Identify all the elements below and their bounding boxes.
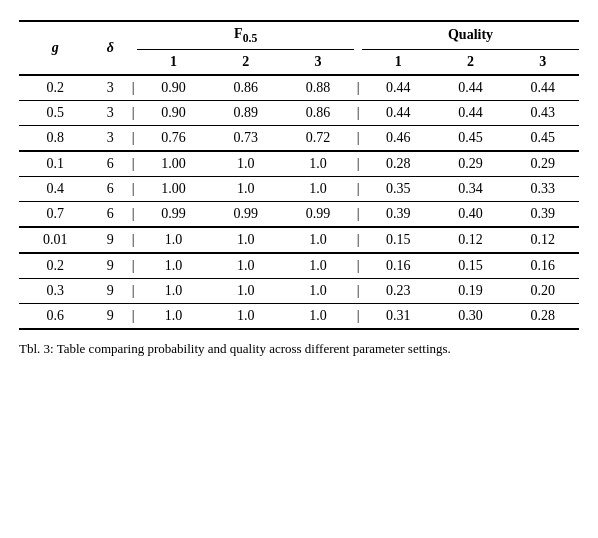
q1-val: 0.46 — [362, 125, 434, 151]
delta-val: 9 — [91, 253, 129, 279]
table-row: 0.46|1.001.01.0|0.350.340.33 — [19, 176, 579, 201]
table-caption: Tbl. 3: Table comparing probability and … — [19, 340, 579, 358]
pipe-1: | — [129, 125, 137, 151]
pipe-2: | — [354, 201, 362, 227]
table-row: 0.23|0.900.860.88|0.440.440.44 — [19, 75, 579, 101]
col-g-header: g — [19, 21, 91, 75]
f2-val: 1.0 — [210, 151, 282, 177]
q1-val: 0.28 — [362, 151, 434, 177]
pipe-1: | — [129, 100, 137, 125]
q3-val: 0.45 — [507, 125, 579, 151]
f3-val: 1.0 — [282, 303, 354, 329]
q1-val: 0.16 — [362, 253, 434, 279]
f2-val: 1.0 — [210, 278, 282, 303]
delta-val: 9 — [91, 227, 129, 253]
table-row: 0.53|0.900.890.86|0.440.440.43 — [19, 100, 579, 125]
q3-val: 0.28 — [507, 303, 579, 329]
q2-val: 0.40 — [434, 201, 506, 227]
pipe-2: | — [354, 303, 362, 329]
q1-val: 0.15 — [362, 227, 434, 253]
f3-val: 1.0 — [282, 278, 354, 303]
f2-val: 1.0 — [210, 176, 282, 201]
pipe-2: | — [354, 278, 362, 303]
pipe-1: | — [129, 201, 137, 227]
g-val: 0.7 — [19, 201, 91, 227]
f2-val: 0.73 — [210, 125, 282, 151]
q2-val: 0.45 — [434, 125, 506, 151]
g-val: 0.1 — [19, 151, 91, 177]
table-row: 0.39|1.01.01.0|0.230.190.20 — [19, 278, 579, 303]
pipe-1: | — [129, 151, 137, 177]
q1-val: 0.35 — [362, 176, 434, 201]
pipe-2: | — [354, 151, 362, 177]
f2-val: 0.89 — [210, 100, 282, 125]
col-delta-header: δ — [91, 21, 129, 75]
q2-val: 0.15 — [434, 253, 506, 279]
q2-val: 0.34 — [434, 176, 506, 201]
table-row: 0.76|0.990.990.99|0.390.400.39 — [19, 201, 579, 227]
f3-val: 1.0 — [282, 176, 354, 201]
g-val: 0.2 — [19, 75, 91, 101]
f3-val: 0.99 — [282, 201, 354, 227]
quality-header: Quality — [362, 21, 579, 49]
delta-val: 3 — [91, 125, 129, 151]
pipe-2: | — [354, 253, 362, 279]
g-val: 0.6 — [19, 303, 91, 329]
f05-sub3: 3 — [282, 49, 354, 75]
q1-val: 0.23 — [362, 278, 434, 303]
f1-val: 0.99 — [137, 201, 209, 227]
f05-sub2: 2 — [210, 49, 282, 75]
pipe-2: | — [354, 75, 362, 101]
q3-val: 0.29 — [507, 151, 579, 177]
table-row: 0.019|1.01.01.0|0.150.120.12 — [19, 227, 579, 253]
g-val: 0.2 — [19, 253, 91, 279]
q3-val: 0.33 — [507, 176, 579, 201]
q3-val: 0.20 — [507, 278, 579, 303]
table-row: 0.29|1.01.01.0|0.160.150.16 — [19, 253, 579, 279]
f3-val: 0.86 — [282, 100, 354, 125]
q2-val: 0.44 — [434, 75, 506, 101]
g-val: 0.8 — [19, 125, 91, 151]
pipe-2: | — [354, 125, 362, 151]
delta-val: 9 — [91, 278, 129, 303]
f1-val: 1.0 — [137, 278, 209, 303]
delta-val: 9 — [91, 303, 129, 329]
q3-val: 0.39 — [507, 201, 579, 227]
table-row: 0.16|1.001.01.0|0.280.290.29 — [19, 151, 579, 177]
q3-val: 0.43 — [507, 100, 579, 125]
pipe-1: | — [129, 278, 137, 303]
pipe-2: | — [354, 227, 362, 253]
f1-val: 1.00 — [137, 151, 209, 177]
pipe-2 — [354, 21, 362, 75]
f2-val: 0.86 — [210, 75, 282, 101]
q-sub1: 1 — [362, 49, 434, 75]
f1-val: 1.0 — [137, 227, 209, 253]
pipe-1: | — [129, 253, 137, 279]
q2-val: 0.44 — [434, 100, 506, 125]
g-val: 0.01 — [19, 227, 91, 253]
f1-val: 1.0 — [137, 303, 209, 329]
table-row: 0.83|0.760.730.72|0.460.450.45 — [19, 125, 579, 151]
q1-val: 0.44 — [362, 100, 434, 125]
table-row: 0.69|1.01.01.0|0.310.300.28 — [19, 303, 579, 329]
f2-val: 0.99 — [210, 201, 282, 227]
pipe-1: | — [129, 227, 137, 253]
g-val: 0.5 — [19, 100, 91, 125]
table-body: 0.23|0.900.860.88|0.440.440.440.53|0.900… — [19, 75, 579, 329]
pipe-1: | — [129, 75, 137, 101]
q2-val: 0.19 — [434, 278, 506, 303]
data-table: g δ F0.5 Quality 1 2 3 1 2 3 0.23|0.900 — [19, 20, 579, 330]
delta-val: 6 — [91, 151, 129, 177]
header-row-1: g δ F0.5 Quality — [19, 21, 579, 49]
table-container: g δ F0.5 Quality 1 2 3 1 2 3 0.23|0.900 — [19, 20, 579, 358]
pipe-1: | — [129, 303, 137, 329]
q3-val: 0.12 — [507, 227, 579, 253]
f3-val: 1.0 — [282, 253, 354, 279]
f3-val: 0.88 — [282, 75, 354, 101]
delta-val: 3 — [91, 75, 129, 101]
f2-val: 1.0 — [210, 227, 282, 253]
q2-val: 0.30 — [434, 303, 506, 329]
delta-val: 6 — [91, 201, 129, 227]
q3-val: 0.44 — [507, 75, 579, 101]
pipe-2: | — [354, 176, 362, 201]
